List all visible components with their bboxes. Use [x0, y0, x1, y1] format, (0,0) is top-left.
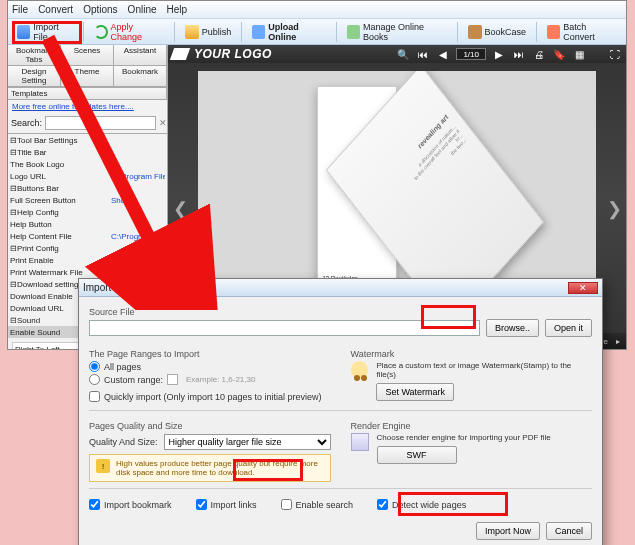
tree-row[interactable]: Print EnableYes [8, 254, 167, 266]
tree-row[interactable]: Help Content FileC:\Program Files\... [8, 230, 167, 242]
page-ranges-label: The Page Ranges to Import [89, 349, 331, 359]
source-file-input[interactable] [89, 320, 480, 336]
publish-icon [185, 25, 199, 39]
tab-scenes[interactable]: Scenes [61, 45, 114, 66]
batch-icon [547, 25, 560, 39]
watermark-label: Watermark [351, 349, 593, 359]
custom-range-label: Custom range: [104, 375, 163, 385]
menubar: File Convert Options Online Help [8, 1, 626, 19]
menu-online[interactable]: Online [128, 4, 157, 15]
logo-icon [170, 48, 190, 60]
tree-row[interactable]: The Book Logo [8, 158, 167, 170]
search-label: Search: [11, 118, 42, 128]
tree-row[interactable]: Full Screen ButtonShow [8, 194, 167, 206]
range-hint: Example: 1,6-21,30 [186, 375, 255, 384]
tab-assistant[interactable]: Assistant [114, 45, 167, 66]
apply-change-button[interactable]: Apply Change [87, 19, 171, 45]
watermark-icon [351, 361, 369, 379]
tree-row[interactable]: ⊟Title Bar [8, 146, 167, 158]
nav-right-arrow[interactable]: ❯ [606, 197, 622, 221]
import-file-button[interactable]: Import File [10, 19, 80, 45]
bookmark-icon[interactable]: 🔖 [552, 48, 566, 60]
templates-header: Templates [8, 87, 167, 100]
search-icon[interactable]: 🔍 [396, 48, 410, 60]
quality-label: Quality And Size: [89, 437, 158, 447]
tab-theme[interactable]: Theme [61, 66, 114, 87]
detect-wide-label: Detect wide pages [392, 500, 466, 510]
manage-books-button[interactable]: Manage Online Books [340, 19, 454, 45]
quality-select[interactable]: Higher quality larger file size [164, 434, 331, 450]
tab-design-setting[interactable]: Design Setting [8, 66, 61, 87]
browse-button[interactable]: Browse.. [486, 319, 539, 337]
import-bookmark-checkbox[interactable] [89, 499, 100, 510]
print-icon[interactable]: 🖨 [532, 48, 546, 60]
cancel-button[interactable]: Cancel [546, 522, 592, 540]
enable-search-checkbox[interactable] [281, 499, 292, 510]
tree-row[interactable]: Logo URLC:\Program Files\... [8, 170, 167, 182]
warning-icon: ! [96, 459, 110, 473]
dialog-titlebar[interactable]: Import File ✕ [79, 279, 602, 297]
quality-warning: ! High values produce better page qualit… [89, 454, 331, 482]
menu-file[interactable]: File [12, 4, 28, 15]
tree-row[interactable]: ⊟Buttons Bar [8, 182, 167, 194]
templates-link[interactable]: More free online templates here.... [12, 102, 134, 111]
bookcase-button[interactable]: BookCase [461, 22, 534, 42]
render-engine-button[interactable]: SWF [377, 446, 457, 464]
publish-button[interactable]: Publish [178, 22, 239, 42]
search-input[interactable] [45, 116, 156, 130]
tab-bookmark[interactable]: Bookmark [114, 66, 167, 87]
page-counter[interactable]: 1/10 [456, 48, 486, 60]
next-page-icon[interactable]: ▶ [492, 48, 506, 60]
detect-wide-checkbox[interactable] [377, 499, 388, 510]
quick-import-label: Quickly import (Only import 10 pages to … [104, 392, 322, 402]
fullscreen-icon[interactable]: ⛶ [608, 48, 622, 60]
tree-row[interactable]: ⊟Help Config [8, 206, 167, 218]
share-arrow-icon[interactable]: ▸ [616, 337, 620, 346]
tree-row[interactable]: Print Watermark File [8, 266, 167, 278]
close-icon[interactable]: ✕ [568, 282, 598, 294]
clear-search-icon[interactable]: ✕ [159, 118, 167, 128]
logo-text: YOUR LOGO [194, 47, 272, 61]
import-links-checkbox[interactable] [196, 499, 207, 510]
enable-search-label: Enable search [296, 500, 354, 510]
render-text: Choose render engine for importing your … [377, 433, 551, 442]
open-it-button[interactable]: Open it [545, 319, 592, 337]
quick-import-checkbox[interactable] [89, 391, 100, 402]
custom-range-radio[interactable] [89, 374, 100, 385]
import-links-label: Import links [211, 500, 257, 510]
quality-size-label: Pages Quality and Size [89, 421, 331, 431]
source-file-label: Source File [89, 307, 592, 317]
bookcase-icon [468, 25, 482, 39]
viewer-topbar: YOUR LOGO 🔍 ⏮ ◀ 1/10 ▶ ⏭ 🖨 🔖 ▦ ⛶ [168, 45, 626, 63]
tree-row[interactable]: ⊟Tool Bar Settings [8, 134, 167, 146]
prev-page-icon[interactable]: ◀ [436, 48, 450, 60]
toolbar: Import File Apply Change Publish Upload … [8, 19, 626, 45]
menu-options[interactable]: Options [83, 4, 117, 15]
import-bookmark-label: Import bookmark [104, 500, 172, 510]
all-pages-radio[interactable] [89, 361, 100, 372]
first-page-icon[interactable]: ⏮ [416, 48, 430, 60]
refresh-icon [94, 25, 107, 39]
menu-convert[interactable]: Convert [38, 4, 73, 15]
tree-row[interactable]: Help Button [8, 218, 167, 230]
thumbnails-icon[interactable]: ▦ [572, 48, 586, 60]
dialog-title: Import File [83, 282, 130, 293]
upload-icon [252, 25, 265, 39]
manage-icon [347, 25, 360, 39]
import-icon [17, 25, 30, 39]
custom-range-input[interactable] [167, 374, 178, 385]
import-now-button[interactable]: Import Now [476, 522, 540, 540]
batch-convert-button[interactable]: Batch Convert [540, 19, 624, 45]
watermark-text: Place a custom text or image Watermark(S… [376, 361, 592, 379]
tree-row[interactable]: ⊟Print Config [8, 242, 167, 254]
render-icon [351, 433, 369, 451]
last-page-icon[interactable]: ⏭ [512, 48, 526, 60]
import-file-dialog: Import File ✕ Source File Browse.. Open … [78, 278, 603, 545]
set-watermark-button[interactable]: Set Watermark [376, 383, 454, 401]
tab-bookmark-tabs[interactable]: Bookmark Tabs [8, 45, 61, 66]
upload-online-button[interactable]: Upload Online [245, 19, 333, 45]
render-engine-label: Render Engine [351, 421, 593, 431]
menu-help[interactable]: Help [167, 4, 188, 15]
all-pages-label: All pages [104, 362, 141, 372]
nav-left-arrow[interactable]: ❮ [172, 197, 188, 221]
